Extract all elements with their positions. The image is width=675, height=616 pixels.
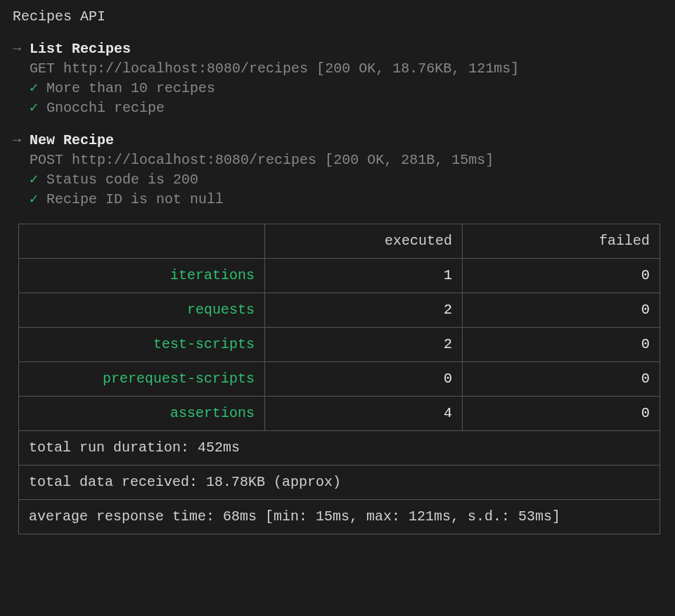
table-row: assertions 4 0 [19,397,660,431]
summary-table: executed failed iterations 1 0 requests … [18,224,660,534]
request-url: http://localhost:8080/recipes [63,60,308,77]
row-failed: 0 [463,259,660,293]
table-header-blank [19,224,265,259]
assertion-line: ✓Status code is 200 [13,170,662,190]
table-footer-row: total data received: 18.78KB (approx) [19,466,660,500]
table-row: requests 2 0 [19,293,660,328]
row-failed: 0 [463,328,660,362]
request-detail-line: GET http://localhost:8080/recipes [200 O… [13,59,662,79]
table-row: iterations 1 0 [19,259,660,293]
arrow-icon: → [13,39,30,59]
request-block: →New Recipe POST http://localhost:8080/r… [13,131,662,210]
row-failed: 0 [463,293,660,328]
footer-duration: total run duration: 452ms [19,431,660,466]
row-executed: 1 [265,259,463,293]
row-failed: 0 [463,397,660,431]
row-executed: 2 [265,293,463,328]
footer-avg-response: average response time: 68ms [min: 15ms, … [19,500,660,534]
table-row: prerequest-scripts 0 0 [19,362,660,397]
response-meta: [200 OK, 281B, 15ms] [325,152,494,168]
row-failed: 0 [463,362,660,397]
request-header-line: →New Recipe [13,131,662,150]
assertion-label: Recipe ID is not null [46,191,224,207]
check-icon: ✓ [30,98,46,118]
assertion-label: More than 10 recipes [46,80,215,96]
check-icon: ✓ [30,170,46,190]
assertion-line: ✓Recipe ID is not null [13,190,662,210]
row-label: test-scripts [19,328,265,362]
request-detail-line: POST http://localhost:8080/recipes [200 … [13,150,662,170]
table-row: test-scripts 2 0 [19,328,660,362]
table-header-failed: failed [463,224,660,259]
row-label: iterations [19,259,265,293]
request-name: New Recipe [30,132,114,148]
request-name: List Recipes [30,41,131,57]
assertion-line: ✓More than 10 recipes [13,79,662,98]
row-executed: 0 [265,362,463,397]
collection-title: Recipes API [13,7,662,27]
table-header-row: executed failed [19,224,660,259]
row-label: requests [19,293,265,328]
request-header-line: →List Recipes [13,39,662,59]
arrow-icon: → [13,131,30,150]
table-footer-row: total run duration: 452ms [19,431,660,466]
assertion-line: ✓Gnocchi recipe [13,98,662,118]
assertion-label: Status code is 200 [46,172,198,188]
request-url: http://localhost:8080/recipes [72,152,316,168]
row-executed: 4 [265,397,463,431]
response-meta: [200 OK, 18.76KB, 121ms] [316,60,519,77]
row-label: assertions [19,397,265,431]
http-method: GET [30,60,55,77]
table-header-executed: executed [265,224,463,259]
assertion-label: Gnocchi recipe [46,100,165,116]
request-block: →List Recipes GET http://localhost:8080/… [13,39,662,118]
row-executed: 2 [265,328,463,362]
table-footer-row: average response time: 68ms [min: 15ms, … [19,500,660,534]
terminal-output: Recipes API →List Recipes GET http://loc… [0,0,675,556]
http-method: POST [30,152,63,168]
row-label: prerequest-scripts [19,362,265,397]
footer-received: total data received: 18.78KB (approx) [19,466,660,500]
check-icon: ✓ [30,190,46,210]
check-icon: ✓ [30,79,46,98]
